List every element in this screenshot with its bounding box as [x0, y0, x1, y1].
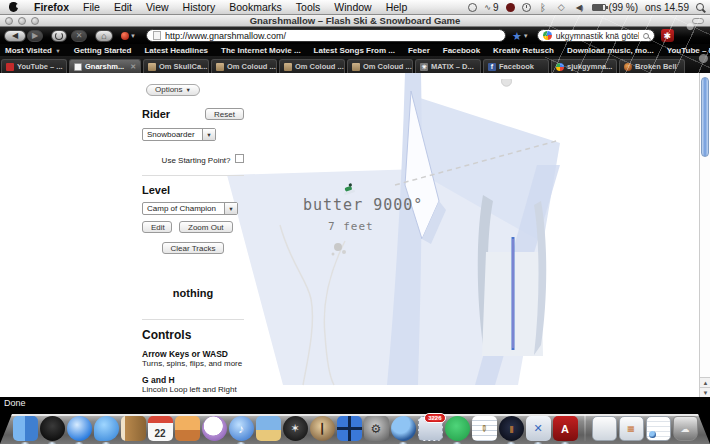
search-input[interactable] [556, 31, 639, 41]
menu-tools[interactable]: Tools [289, 1, 328, 13]
bookmark-latest-headlines[interactable]: Latest Headlines [144, 46, 208, 55]
dashboard-icon[interactable] [40, 416, 65, 441]
edit-button[interactable]: Edit [142, 221, 172, 233]
scroll-down-arrow[interactable]: ▼ [700, 387, 710, 397]
safari-icon[interactable] [67, 416, 92, 441]
menu-clock[interactable]: ons 14.59 [645, 2, 689, 13]
tab-om-coloud-1[interactable]: Om Coloud ... [211, 59, 277, 73]
bluetooth-icon[interactable]: ᛒ [538, 2, 549, 13]
shape-menu-icon[interactable]: ◇ [556, 2, 567, 13]
forward-button[interactable]: ▶ [27, 30, 43, 42]
apple-menu-icon[interactable] [9, 2, 18, 12]
clear-tracks-button[interactable]: Clear Tracks [162, 242, 225, 254]
firefox-icon[interactable] [391, 416, 416, 441]
notes-stack-icon[interactable] [646, 416, 671, 441]
itunes-icon[interactable]: ♪ [229, 416, 254, 441]
bookmark-most-visited[interactable]: Most Visited ▼ [5, 46, 61, 55]
reset-button[interactable]: Reset [205, 108, 244, 120]
menu-edit[interactable]: Edit [107, 1, 139, 13]
options-button[interactable]: Options▼ [146, 84, 200, 96]
bookmark-star-icon[interactable]: ★ [512, 31, 522, 41]
tab-sjukgymnastik[interactable]: sjukgymna... [551, 59, 617, 73]
google-icon[interactable] [543, 31, 552, 40]
tab-om-coloud-2[interactable]: Om Coloud ... [279, 59, 345, 73]
timer-icon[interactable] [522, 3, 531, 12]
skype-status-icon[interactable] [468, 3, 477, 12]
spotify-icon[interactable] [445, 416, 470, 441]
bookmark-youtube[interactable]: YouTube – Broadcas... [667, 46, 710, 55]
bookmark-download-music[interactable]: Download music, mo... [567, 46, 654, 55]
address-book-icon[interactable] [121, 416, 146, 441]
tab-matix[interactable]: ✳MATIX – D... [415, 59, 481, 73]
downloads-stack-icon[interactable]: ▦ [619, 416, 644, 441]
window-title-bar[interactable]: Gnarshmallow – Flash Ski & Snowboard Gam… [0, 15, 710, 27]
idvd-icon[interactable]: ✶ [283, 416, 308, 441]
scrollbar-thumb[interactable] [701, 77, 709, 157]
audacity-icon[interactable]: ||| [499, 416, 524, 441]
level-select[interactable]: Camp of Champion▼ [142, 202, 238, 215]
rider-select[interactable]: Snowboarder▼ [142, 128, 216, 141]
volume-icon[interactable]: ◀) [574, 2, 585, 13]
finder-icon[interactable] [13, 416, 38, 441]
stop-button[interactable]: ✕ [71, 30, 87, 42]
reload-button[interactable] [51, 30, 67, 42]
bookmark-getting-started[interactable]: Getting Started [74, 46, 132, 55]
tab-bar: YouTube – ... Gnarshm...✕ Om SkullCa... … [0, 56, 710, 73]
url-input[interactable] [165, 31, 499, 41]
bookmark-imdb[interactable]: The Internet Movie ... [221, 46, 301, 55]
url-bar[interactable] [146, 29, 506, 42]
dock: 22 ♪ ✶ ┃ ⚙ 3226 ✎ ||| ✕ A ▦ ☁ [0, 409, 710, 444]
menu-help[interactable]: Help [379, 1, 415, 13]
menu-window[interactable]: Window [327, 1, 378, 13]
scroll-up-arrow[interactable]: ▲ [700, 377, 710, 387]
textedit-icon[interactable]: ✎ [472, 416, 497, 441]
menu-bookmarks[interactable]: Bookmarks [222, 1, 289, 13]
garageband-icon[interactable]: ┃ [310, 416, 335, 441]
mail-icon[interactable]: 3226 [418, 416, 443, 441]
trash-icon[interactable]: ☁ [673, 416, 698, 441]
documents-stack-icon[interactable] [592, 416, 617, 441]
status-red-icon[interactable] [506, 3, 515, 12]
spaces-icon[interactable] [337, 416, 362, 441]
home-button[interactable]: ⌂ [95, 30, 113, 42]
game-canvas[interactable] [225, 73, 699, 393]
addon-dropdown-icon[interactable]: ▼ [130, 33, 136, 39]
tab-close-icon[interactable]: ✕ [130, 63, 136, 71]
menu-bar: Firefox File Edit View History Bookmarks… [0, 0, 710, 15]
starting-point-checkbox[interactable] [235, 154, 244, 163]
addon-red-dot-icon[interactable] [121, 32, 129, 40]
tab-youtube[interactable]: YouTube – ... [1, 59, 67, 73]
tab-broken-bell[interactable]: Broken Bell [619, 59, 685, 73]
bookmark-kreativ-retusch[interactable]: Kreativ Retusch [493, 46, 554, 55]
palm-photo-icon[interactable] [256, 416, 281, 441]
vertical-scrollbar[interactable]: ▲ ▼ [699, 73, 710, 397]
zoom-out-button[interactable]: Zoom Out [179, 221, 233, 233]
tab-om-coloud-3[interactable]: Om Coloud ... [347, 59, 413, 73]
toolbar-toggle-button[interactable] [692, 18, 704, 24]
ichat-icon[interactable] [94, 416, 119, 441]
menu-history[interactable]: History [176, 1, 223, 13]
iphoto-icon[interactable] [175, 416, 200, 441]
utility-app-icon[interactable]: ✕ [526, 416, 551, 441]
tab-facebook[interactable]: fFacebook [483, 59, 549, 73]
bookmark-latest-songs[interactable]: Latest Songs From ... [314, 46, 395, 55]
tab-gnarshmallow-active[interactable]: Gnarshm...✕ [69, 59, 141, 73]
addon-snowflake-icon[interactable]: ✱ [661, 29, 674, 42]
menumeter-icon[interactable]: ∿9 [484, 2, 498, 13]
search-bar[interactable] [537, 29, 655, 42]
tab-om-skullcandy[interactable]: Om SkullCa... [143, 59, 209, 73]
search-go-icon[interactable] [643, 33, 649, 39]
battery-indicator[interactable]: (99 %) [592, 2, 638, 13]
bookmark-feber[interactable]: Feber [408, 46, 430, 55]
menu-file[interactable]: File [76, 1, 107, 13]
bookmark-dropdown-icon[interactable]: ▼ [523, 33, 529, 39]
system-preferences-icon[interactable]: ⚙ [364, 416, 389, 441]
back-button[interactable]: ◀ [4, 30, 26, 42]
photo-booth-icon[interactable] [202, 416, 227, 441]
menu-firefox[interactable]: Firefox [27, 1, 76, 13]
bookmark-facebook[interactable]: Facebook [443, 46, 480, 55]
ical-icon[interactable]: 22 [148, 416, 173, 441]
adobe-reader-icon[interactable]: A [553, 416, 578, 441]
menu-view[interactable]: View [139, 1, 176, 13]
spotlight-icon[interactable] [696, 3, 704, 11]
